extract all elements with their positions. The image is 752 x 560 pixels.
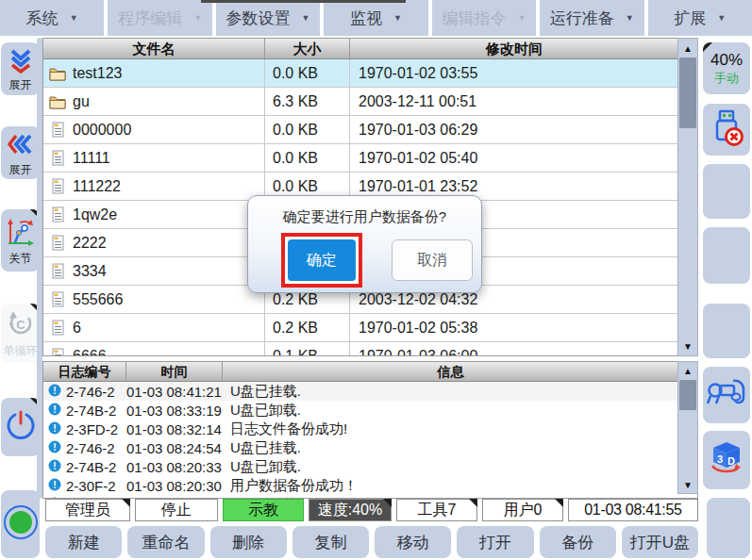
log-row[interactable]: !2-3FD-201-03 08:32:14日志文件备份成功! <box>43 420 697 438</box>
file-row[interactable]: gu6.3 KB2003-12-11 00:51 <box>43 88 678 116</box>
backup-confirm-dialog: 确定要进行用户数据备份? 确定 取消 <box>247 195 482 293</box>
servo-ready-button[interactable] <box>1 490 40 558</box>
svg-text:3: 3 <box>717 453 723 465</box>
folder-icon <box>49 66 66 81</box>
chevron-down-icon: ▼ <box>193 13 202 23</box>
servo-ready-icon <box>3 504 39 544</box>
log-row[interactable]: !2-30F-201-03 08:20:30用户数据备份成功！ <box>43 476 697 495</box>
file-name: 6 <box>73 320 81 337</box>
status-run-state[interactable]: 停止 <box>135 499 218 521</box>
cancel-button[interactable]: 取消 <box>392 239 473 281</box>
file-size: 0.2 KB <box>265 314 350 341</box>
usb-error-icon <box>710 108 744 152</box>
log-row[interactable]: !2-74B-201-03 08:20:33U盘已卸载. <box>43 457 697 476</box>
log-id: 2-746-2 <box>66 440 115 456</box>
single-cycle-button: C 单循环 <box>1 304 40 362</box>
file-row[interactable]: 111110.0 KB1970-01-02 05:40 <box>43 144 678 173</box>
file-name: 2222 <box>73 235 107 252</box>
right-empty-button-4[interactable] <box>707 498 750 558</box>
info-icon: ! <box>48 478 61 494</box>
file-icon <box>49 150 66 166</box>
info-icon: ! <box>48 440 61 456</box>
right-empty-button-1[interactable] <box>703 164 750 219</box>
active-menu-indicator <box>201 0 406 3</box>
status-tool[interactable]: 工具7 <box>396 499 477 521</box>
copy-button[interactable]: 复制 <box>292 526 369 558</box>
log-time: 01-03 08:41:21 <box>126 384 223 400</box>
new-button[interactable]: 新建 <box>45 526 122 558</box>
menu-parameter-settings[interactable]: 参数设置▼ <box>216 0 320 36</box>
menu-program-edit: 程序编辑▼ <box>108 0 211 36</box>
column-header-mtime[interactable]: 修改时间 <box>350 39 678 58</box>
3d-view-button[interactable]: 3D <box>703 431 750 489</box>
status-user-frame[interactable]: 用户0 <box>482 499 563 521</box>
log-id: 2-74B-2 <box>66 403 116 419</box>
log-table-body: !2-746-201-03 08:41:21U盘已挂载.!2-74B-201-0… <box>43 382 697 499</box>
3d-view-icon: 3D <box>707 438 746 482</box>
right-empty-button-2[interactable] <box>703 227 750 284</box>
status-speed[interactable]: 速度:40% <box>309 499 392 521</box>
log-row[interactable]: !2-74B-201-03 08:33:19U盘已卸载. <box>43 401 697 420</box>
column-header-log-time[interactable]: 时间 <box>126 362 223 381</box>
status-user-role[interactable]: 管理员 <box>45 499 130 521</box>
column-header-size[interactable]: 大小 <box>265 39 350 58</box>
file-row[interactable]: test1230.0 KB1970-01-02 03:55 <box>43 59 678 88</box>
menu-run-prepare[interactable]: 运行准备▼ <box>540 0 643 36</box>
open-usb-button[interactable]: 打开U盘 <box>622 526 698 558</box>
column-header-filename[interactable]: 文件名 <box>43 39 265 58</box>
log-message: U盘已卸载. <box>223 402 697 420</box>
scroll-down-icon[interactable]: ▼ <box>678 477 697 492</box>
file-mtime: 1970-01-03 06:29 <box>350 116 678 143</box>
speed-mode-button[interactable]: 40% 手动 <box>703 42 750 94</box>
right-empty-button-3[interactable] <box>703 304 750 358</box>
backup-button[interactable]: 备份 <box>540 526 616 558</box>
usb-status-button[interactable] <box>703 104 750 156</box>
file-icon <box>49 348 66 356</box>
hand-guide-icon <box>706 376 747 414</box>
move-button[interactable]: 移动 <box>375 526 451 558</box>
scrollbar-thumb[interactable] <box>679 58 696 128</box>
log-time: 01-03 08:24:54 <box>126 440 223 456</box>
menu-system[interactable]: 系统▼ <box>0 0 104 36</box>
svg-text:!: ! <box>53 478 57 489</box>
log-table-scrollbar[interactable]: ▲ ▼ <box>677 361 698 494</box>
log-time: 01-03 08:20:33 <box>126 459 223 475</box>
rename-button[interactable]: 重命名 <box>127 526 204 558</box>
status-teach-mode[interactable]: 示教 <box>223 499 304 521</box>
menu-edit-command: 编辑指令▼ <box>432 0 536 36</box>
delete-button[interactable]: 删除 <box>210 526 287 558</box>
file-size: 0.0 KB <box>265 59 350 87</box>
scrollbar-thumb[interactable] <box>679 380 696 410</box>
expand-left-button[interactable]: 展开 <box>1 126 40 179</box>
joint-coordinate-button[interactable]: 关节 <box>1 209 40 272</box>
svg-text:!: ! <box>53 459 57 470</box>
chevron-down-icon: ▼ <box>626 13 634 23</box>
column-header-log-info[interactable]: 信息 <box>223 362 678 381</box>
log-row[interactable]: !2-746-201-03 08:24:54U盘已挂载. <box>43 438 697 457</box>
file-mtime: 1970-01-03 06:00 <box>350 342 678 356</box>
confirm-button[interactable]: 确定 <box>288 239 356 281</box>
log-table-header: 日志编号 时间 信息 <box>43 362 678 382</box>
scroll-up-icon[interactable]: ▲ <box>678 363 697 378</box>
folder-icon <box>49 94 66 109</box>
scroll-up-icon[interactable]: ▲ <box>678 41 697 56</box>
confirm-highlight-box: 确定 <box>281 233 362 288</box>
menu-extend[interactable]: 扩展▼ <box>648 0 752 36</box>
column-header-log-id[interactable]: 日志编号 <box>43 362 126 381</box>
chevron-down-icon: ▼ <box>517 13 526 23</box>
file-size: 0.0 KB <box>265 116 350 143</box>
power-button[interactable] <box>1 398 40 456</box>
log-id: 2-74B-2 <box>66 459 116 475</box>
file-row[interactable]: 00000000.0 KB1970-01-03 06:29 <box>43 116 678 144</box>
hand-guide-button[interactable] <box>703 367 750 423</box>
log-row[interactable]: !2-746-201-03 08:41:21U盘已挂载. <box>43 382 697 401</box>
scroll-down-icon[interactable]: ▼ <box>678 338 697 354</box>
menu-monitor[interactable]: 监视▼ <box>324 0 427 36</box>
open-button[interactable]: 打开 <box>457 526 533 558</box>
file-row[interactable]: 66660.1 KB1970-01-03 06:00 <box>43 342 678 356</box>
file-table-scrollbar[interactable]: ▲ ▼ <box>677 38 698 356</box>
file-size: 0.1 KB <box>265 342 350 356</box>
file-name: 11111 <box>73 150 110 167</box>
file-row[interactable]: 60.2 KB1970-01-02 05:38 <box>43 314 678 342</box>
expand-down-button[interactable]: 展开 <box>1 42 40 95</box>
